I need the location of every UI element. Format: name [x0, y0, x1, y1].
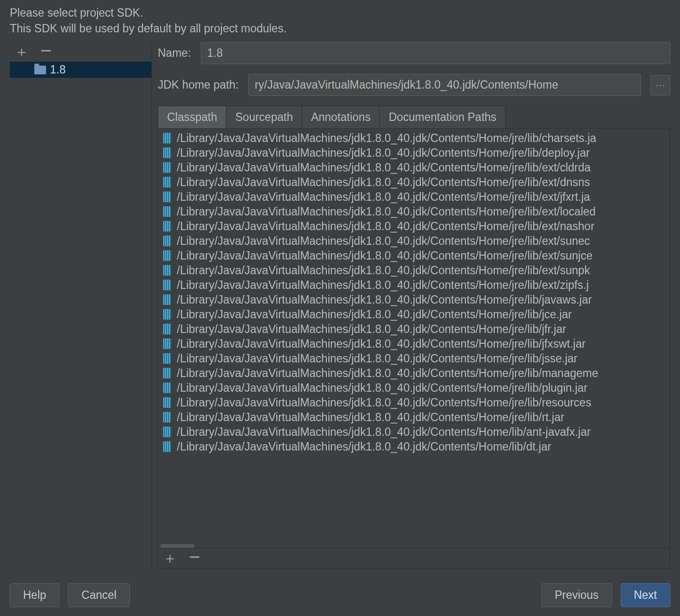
home-path-row: JDK home path: ⋯ — [158, 74, 670, 96]
classpath-path: /Library/Java/JavaVirtualMachines/jdk1.8… — [177, 411, 564, 424]
classpath-row[interactable]: /Library/Java/JavaVirtualMachines/jdk1.8… — [158, 425, 670, 439]
ellipsis-icon: ⋯ — [656, 79, 665, 91]
classpath-row[interactable]: /Library/Java/JavaVirtualMachines/jdk1.8… — [158, 160, 670, 175]
classpath-path: /Library/Java/JavaVirtualMachines/jdk1.8… — [177, 132, 596, 145]
next-button[interactable]: Next — [621, 583, 670, 607]
classpath-row[interactable]: /Library/Java/JavaVirtualMachines/jdk1.8… — [158, 307, 670, 322]
jar-icon — [163, 280, 171, 290]
jar-icon — [163, 236, 171, 246]
footer: Help Cancel Previous Next — [10, 569, 670, 607]
add-sdk-button[interactable]: ＋ — [15, 45, 28, 59]
plus-icon: ＋ — [163, 551, 177, 566]
home-path-label: JDK home path: — [158, 78, 239, 92]
classpath-row[interactable]: /Library/Java/JavaVirtualMachines/jdk1.8… — [158, 395, 670, 410]
jar-icon — [163, 441, 171, 452]
classpath-row[interactable]: /Library/Java/JavaVirtualMachines/jdk1.8… — [158, 204, 670, 219]
classpath-list[interactable]: /Library/Java/JavaVirtualMachines/jdk1.8… — [158, 129, 670, 544]
tab-sourcepath[interactable]: Sourcepath — [226, 106, 302, 128]
home-path-input[interactable] — [248, 74, 641, 96]
horizontal-scrollbar[interactable] — [158, 544, 670, 548]
previous-button[interactable]: Previous — [541, 583, 611, 607]
sdk-toolbar: ＋ − — [10, 42, 151, 62]
minus-icon: − — [189, 547, 200, 567]
classpath-path: /Library/Java/JavaVirtualMachines/jdk1.8… — [177, 205, 596, 218]
classpath-row[interactable]: /Library/Java/JavaVirtualMachines/jdk1.8… — [158, 380, 670, 395]
classpath-path: /Library/Java/JavaVirtualMachines/jdk1.8… — [177, 279, 589, 292]
classpath-row[interactable]: /Library/Java/JavaVirtualMachines/jdk1.8… — [158, 234, 670, 248]
jar-icon — [163, 353, 171, 364]
sdk-item-1-8[interactable]: 1.8 — [10, 62, 151, 78]
jar-icon — [163, 133, 171, 143]
classpath-row[interactable]: /Library/Java/JavaVirtualMachines/jdk1.8… — [158, 190, 670, 204]
tab-annotations[interactable]: Annotations — [302, 106, 380, 128]
name-label: Name: — [158, 47, 191, 60]
tab-classpath[interactable]: Classpath — [158, 106, 226, 128]
tab-label: Classpath — [167, 111, 217, 123]
add-classpath-button[interactable]: ＋ — [163, 551, 177, 565]
jar-icon — [163, 250, 171, 261]
jar-icon — [163, 221, 171, 232]
header-description: Please select project SDK. This SDK will… — [10, 5, 670, 36]
classpath-path: /Library/Java/JavaVirtualMachines/jdk1.8… — [177, 249, 592, 262]
jar-icon — [163, 162, 171, 173]
jar-icon — [163, 147, 171, 158]
sdk-item-label: 1.8 — [50, 63, 66, 76]
sdk-list: 1.8 — [10, 62, 151, 569]
jar-icon — [163, 177, 171, 188]
classpath-row[interactable]: /Library/Java/JavaVirtualMachines/jdk1.8… — [158, 336, 670, 351]
header-line-1: Please select project SDK. — [10, 5, 670, 21]
remove-sdk-button[interactable]: − — [39, 44, 53, 57]
classpath-row[interactable]: /Library/Java/JavaVirtualMachines/jdk1.8… — [158, 278, 670, 292]
classpath-path: /Library/Java/JavaVirtualMachines/jdk1.8… — [177, 308, 572, 321]
name-row: Name: — [158, 42, 670, 64]
folder-icon — [34, 66, 46, 74]
plus-icon: ＋ — [14, 45, 29, 59]
jar-icon — [163, 324, 171, 334]
jar-icon — [163, 368, 171, 379]
jar-icon — [163, 426, 171, 437]
classpath-row[interactable]: /Library/Java/JavaVirtualMachines/jdk1.8… — [158, 131, 670, 145]
classpath-path: /Library/Java/JavaVirtualMachines/jdk1.8… — [177, 293, 592, 307]
tab-label: Annotations — [311, 111, 370, 123]
jar-icon — [163, 294, 171, 305]
classpath-path: /Library/Java/JavaVirtualMachines/jdk1.8… — [177, 337, 585, 351]
classpath-row[interactable]: /Library/Java/JavaVirtualMachines/jdk1.8… — [158, 263, 670, 278]
tab-documentation-paths[interactable]: Documentation Paths — [379, 106, 506, 128]
classpath-row[interactable]: /Library/Java/JavaVirtualMachines/jdk1.8… — [158, 410, 670, 425]
browse-home-path-button[interactable]: ⋯ — [651, 75, 670, 95]
classpath-row[interactable]: /Library/Java/JavaVirtualMachines/jdk1.8… — [158, 219, 670, 234]
cancel-button[interactable]: Cancel — [68, 583, 130, 607]
classpath-path: /Library/Java/JavaVirtualMachines/jdk1.8… — [177, 220, 594, 233]
classpath-row[interactable]: /Library/Java/JavaVirtualMachines/jdk1.8… — [158, 175, 670, 190]
jar-icon — [163, 191, 171, 202]
classpath-path: /Library/Java/JavaVirtualMachines/jdk1.8… — [177, 190, 590, 204]
classpath-row[interactable]: /Library/Java/JavaVirtualMachines/jdk1.8… — [158, 145, 670, 160]
jar-icon — [163, 309, 171, 320]
tab-label: Documentation Paths — [389, 111, 496, 123]
classpath-panel: /Library/Java/JavaVirtualMachines/jdk1.8… — [158, 129, 670, 569]
jar-icon — [163, 397, 171, 408]
name-input[interactable] — [201, 42, 670, 64]
classpath-path: /Library/Java/JavaVirtualMachines/jdk1.8… — [177, 176, 590, 189]
classpath-row[interactable]: /Library/Java/JavaVirtualMachines/jdk1.8… — [158, 351, 670, 366]
classpath-row[interactable]: /Library/Java/JavaVirtualMachines/jdk1.8… — [158, 292, 670, 307]
classpath-row[interactable]: /Library/Java/JavaVirtualMachines/jdk1.8… — [158, 248, 670, 263]
classpath-path: /Library/Java/JavaVirtualMachines/jdk1.8… — [177, 323, 566, 336]
classpath-row[interactable]: /Library/Java/JavaVirtualMachines/jdk1.8… — [158, 439, 670, 454]
classpath-path: /Library/Java/JavaVirtualMachines/jdk1.8… — [177, 426, 591, 439]
classpath-path: /Library/Java/JavaVirtualMachines/jdk1.8… — [177, 396, 591, 409]
classpath-row[interactable]: /Library/Java/JavaVirtualMachines/jdk1.8… — [158, 366, 670, 380]
classpath-path: /Library/Java/JavaVirtualMachines/jdk1.8… — [177, 440, 551, 453]
jar-icon — [163, 206, 171, 217]
tab-label: Sourcepath — [235, 111, 293, 123]
remove-classpath-button[interactable]: − — [188, 550, 201, 564]
classpath-path: /Library/Java/JavaVirtualMachines/jdk1.8… — [177, 264, 590, 277]
classpath-path: /Library/Java/JavaVirtualMachines/jdk1.8… — [177, 381, 587, 395]
classpath-path: /Library/Java/JavaVirtualMachines/jdk1.8… — [177, 146, 590, 160]
help-button[interactable]: Help — [10, 583, 59, 607]
jar-icon — [163, 265, 171, 276]
classpath-row[interactable]: /Library/Java/JavaVirtualMachines/jdk1.8… — [158, 322, 670, 336]
sdk-detail-pane: Name: JDK home path: ⋯ Classpath Sourcep… — [152, 42, 670, 569]
jar-icon — [163, 338, 171, 349]
jar-icon — [163, 412, 171, 423]
